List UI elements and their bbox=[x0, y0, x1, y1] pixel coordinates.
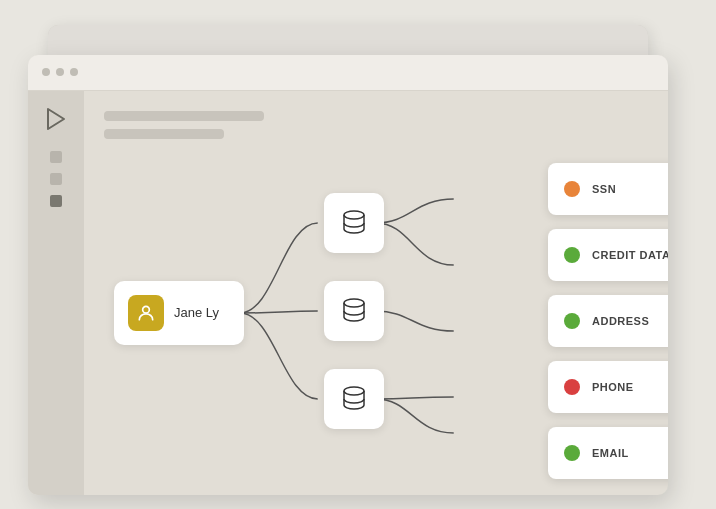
main-content: Jane Ly bbox=[84, 91, 668, 495]
label-ssn: SSN bbox=[592, 183, 616, 195]
data-card-email: EMAIL bbox=[548, 427, 668, 479]
traffic-dot-1 bbox=[42, 68, 50, 76]
svg-point-1 bbox=[143, 306, 150, 313]
label-email: EMAIL bbox=[592, 447, 629, 459]
top-bars bbox=[104, 111, 648, 139]
flow-diagram: Jane Ly bbox=[104, 163, 648, 463]
titlebar bbox=[28, 55, 668, 91]
label-credit: CREDIT DATA bbox=[592, 249, 668, 261]
person-name: Jane Ly bbox=[174, 305, 219, 320]
traffic-dot-2 bbox=[56, 68, 64, 76]
sidebar-item-2[interactable] bbox=[50, 173, 62, 185]
label-address: ADDRESS bbox=[592, 315, 649, 327]
bar-long bbox=[104, 111, 264, 121]
person-card: Jane Ly bbox=[114, 281, 244, 345]
svg-point-4 bbox=[344, 387, 364, 395]
status-dot-phone bbox=[564, 379, 580, 395]
browser-body: Jane Ly bbox=[28, 91, 668, 495]
traffic-dot-3 bbox=[70, 68, 78, 76]
data-card-credit: CREDIT DATA bbox=[548, 229, 668, 281]
sidebar bbox=[28, 91, 84, 495]
db-node-3 bbox=[324, 369, 384, 429]
db-node-1 bbox=[324, 193, 384, 253]
sidebar-item-3[interactable] bbox=[50, 195, 62, 207]
db-node-2 bbox=[324, 281, 384, 341]
data-card-phone: PHONE bbox=[548, 361, 668, 413]
status-dot-credit bbox=[564, 247, 580, 263]
bar-medium bbox=[104, 129, 224, 139]
svg-marker-0 bbox=[48, 109, 64, 129]
browser-front-window: Jane Ly bbox=[28, 55, 668, 495]
status-dot-address bbox=[564, 313, 580, 329]
data-card-address: ADDRESS bbox=[548, 295, 668, 347]
scene: Jane Ly bbox=[28, 25, 688, 485]
sidebar-item-1[interactable] bbox=[50, 151, 62, 163]
sidebar-logo bbox=[42, 105, 70, 133]
svg-point-2 bbox=[344, 211, 364, 219]
svg-point-3 bbox=[344, 299, 364, 307]
status-dot-ssn bbox=[564, 181, 580, 197]
status-dot-email bbox=[564, 445, 580, 461]
avatar bbox=[128, 295, 164, 331]
data-cards-container: SSN CREDIT DATA ADDRESS bbox=[548, 163, 668, 493]
label-phone: PHONE bbox=[592, 381, 634, 393]
data-card-ssn: SSN bbox=[548, 163, 668, 215]
